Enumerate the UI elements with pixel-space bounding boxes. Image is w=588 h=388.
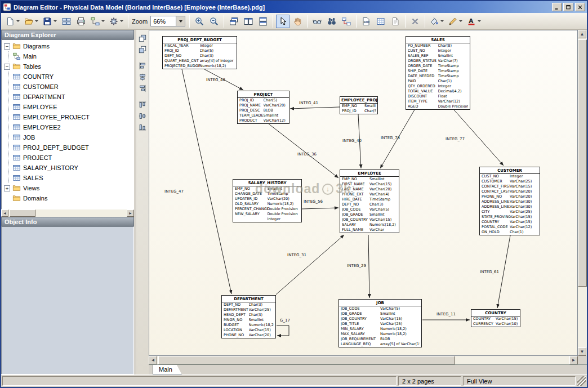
vertical-scrollbar[interactable]: ▲ ▼ bbox=[578, 30, 587, 356]
tree-item-employee2[interactable]: EMPLOYEE2 bbox=[9, 122, 133, 132]
entity-department[interactable]: DEPARTMENTDEPT_NOChar(3)DEPARTMENTVarCha… bbox=[221, 295, 276, 338]
collapse-toggle[interactable]: − bbox=[4, 64, 10, 70]
tree-item-employee_project[interactable]: EMPLOYEE_PROJECT bbox=[9, 112, 133, 122]
entity-field: SHIP_DATETimeStamp bbox=[406, 69, 470, 74]
new-relation-button[interactable] bbox=[340, 15, 353, 28]
relation-integ_31[interactable] bbox=[276, 235, 344, 295]
entity-project[interactable]: PROJECTPROJ_IDChar(5)PROJ_NAMEVarChar(20… bbox=[237, 91, 289, 124]
preview-button[interactable] bbox=[310, 15, 324, 28]
explorer-scrollbar[interactable]: ◄ ► bbox=[1, 209, 134, 217]
print-button[interactable] bbox=[74, 15, 88, 28]
entity-country[interactable]: COUNTRYCOUNTRYVarChar(15)CURRENCYVarChar… bbox=[471, 309, 520, 327]
relation-g_17[interactable] bbox=[277, 325, 289, 336]
delete-button[interactable] bbox=[408, 15, 422, 28]
pan-tool-button[interactable] bbox=[291, 15, 304, 28]
align-left-button[interactable] bbox=[137, 61, 148, 71]
main-toolbar: Zoom66%DOCA bbox=[1, 13, 587, 30]
bring-to-front-button[interactable] bbox=[137, 33, 148, 43]
resize-grip[interactable] bbox=[577, 376, 586, 386]
tree-item-proj_dept_budget[interactable]: PROJ_DEPT_BUDGET bbox=[9, 142, 133, 153]
save-button[interactable] bbox=[41, 15, 59, 28]
entity-employee[interactable]: EMPLOYEEEMP_NOSmallIntFIRST_NAMEVarChar(… bbox=[340, 170, 399, 233]
new-button[interactable] bbox=[4, 15, 21, 28]
tree-item-main[interactable]: Main bbox=[9, 51, 133, 61]
relation-integ_36[interactable] bbox=[269, 124, 338, 178]
scroll-left-button[interactable]: ◄ bbox=[1, 209, 8, 217]
model-objects-button[interactable] bbox=[60, 15, 73, 28]
scroll-right-button[interactable]: ► bbox=[127, 209, 134, 217]
align-center-button[interactable] bbox=[137, 72, 148, 82]
scroll-right-button[interactable]: ► bbox=[569, 356, 578, 364]
title-bar[interactable]: Diagram Editor - Physical Data Model (Bo… bbox=[1, 1, 587, 13]
tree-item-domains[interactable]: Domains bbox=[2, 193, 133, 203]
tree-item-label: EMPLOYEE2 bbox=[23, 124, 61, 131]
scroll-up-button[interactable]: ▲ bbox=[578, 30, 586, 38]
diagram-button[interactable] bbox=[89, 15, 106, 28]
documentation-button[interactable]: DOC bbox=[359, 15, 373, 28]
tree-item-customer[interactable]: CUSTOMER bbox=[9, 82, 133, 92]
tree-item-sales[interactable]: SALES bbox=[9, 173, 133, 183]
open-button[interactable] bbox=[23, 15, 40, 28]
entity-sales[interactable]: SALESPO_NUMBERChar(8)CUST_NOIntegerSALES… bbox=[406, 36, 470, 110]
relation-integ_56[interactable] bbox=[302, 208, 338, 209]
new-page-button[interactable] bbox=[389, 15, 402, 28]
select-tool-button[interactable] bbox=[276, 15, 289, 28]
line-color-button[interactable] bbox=[447, 15, 464, 28]
tree-item-employee[interactable]: EMPLOYEE bbox=[9, 102, 133, 112]
zoom-out-icon bbox=[210, 17, 219, 26]
zoom-combobox[interactable]: 66% bbox=[150, 16, 185, 26]
pointer-icon bbox=[278, 17, 287, 26]
toolbar-separator bbox=[224, 15, 224, 28]
tree-item-department[interactable]: DEPARTMENT bbox=[9, 92, 133, 102]
tree-item-label: JOB bbox=[23, 134, 35, 141]
align-top-button[interactable] bbox=[137, 100, 148, 110]
align-right-button[interactable] bbox=[137, 83, 148, 93]
maximize-button[interactable] bbox=[563, 3, 573, 11]
minimize-button[interactable] bbox=[552, 3, 562, 11]
entity-field: PO_NUMBERChar(8) bbox=[406, 43, 470, 48]
relation-integ_47[interactable] bbox=[182, 69, 231, 294]
entity-job[interactable]: JOBJOB_CODEVarChar(5)JOB_GRADESmallIntJO… bbox=[338, 299, 422, 347]
tree-item-label: COUNTRY bbox=[23, 73, 54, 80]
vertical-scrollbar-thumb[interactable] bbox=[578, 39, 587, 287]
relation-integ_29[interactable] bbox=[368, 235, 369, 298]
entity-employee_project[interactable]: EMPLOYEE_PROJECTEMP_NOSmallIntPROJ_IDCha… bbox=[340, 96, 378, 114]
tree-item-salary_history[interactable]: SALARY_HISTORY bbox=[9, 163, 133, 173]
tree-item-views[interactable]: +Views bbox=[2, 183, 133, 193]
tree-item-tables[interactable]: −Tables bbox=[2, 61, 133, 72]
settings-button[interactable] bbox=[108, 15, 125, 28]
relation-integ_41[interactable] bbox=[290, 107, 340, 109]
horizontal-scrollbar[interactable]: ◄ ► bbox=[149, 356, 578, 364]
find-button[interactable] bbox=[325, 15, 338, 28]
scrollbar-thumb[interactable] bbox=[10, 209, 35, 217]
fill-color-button[interactable] bbox=[428, 15, 446, 28]
tile-horizontal-button[interactable] bbox=[242, 15, 255, 28]
font-color-button[interactable]: A bbox=[465, 15, 483, 28]
close-button[interactable] bbox=[575, 3, 585, 11]
entity-customer[interactable]: CUSTOMERCUST_NOIntegerCUSTOMERVarChar(25… bbox=[479, 167, 540, 235]
tree-item-country[interactable]: COUNTRY bbox=[9, 72, 133, 82]
align-bottom-icon bbox=[139, 123, 146, 131]
tab-main[interactable]: Main bbox=[153, 365, 182, 374]
tree-item-project[interactable]: PROJECT bbox=[9, 153, 133, 163]
explorer-header: Diagram Explorer bbox=[1, 30, 134, 39]
send-to-back-button[interactable] bbox=[137, 44, 148, 55]
expand-toggle[interactable]: + bbox=[4, 185, 10, 191]
entity-proj_dept_budget[interactable]: PROJ_DEPT_BUDGETFISCAL_YEARIntegerPROJ_I… bbox=[162, 36, 237, 69]
align-bottom-button[interactable] bbox=[137, 122, 148, 132]
collapse-toggle[interactable]: − bbox=[4, 43, 10, 50]
tree-item-diagrams[interactable]: −Diagrams bbox=[2, 41, 133, 51]
zoom-dropdown-button[interactable] bbox=[176, 16, 185, 26]
scroll-left-button[interactable]: ◄ bbox=[149, 356, 157, 364]
zoom-in-button[interactable] bbox=[193, 15, 206, 28]
diagram-canvas[interactable]: INTEG_48INTEG_41INTEG_40INTEG_78INTEG_77… bbox=[149, 30, 578, 356]
tree-item-job[interactable]: JOB bbox=[9, 132, 133, 142]
tile-vertical-button[interactable] bbox=[256, 15, 270, 28]
new-table-button[interactable] bbox=[374, 15, 387, 28]
align-middle-button[interactable] bbox=[137, 111, 148, 121]
cascade-windows-button[interactable] bbox=[227, 15, 240, 28]
relation-integ_61[interactable] bbox=[497, 235, 510, 308]
scroll-down-button[interactable]: ▼ bbox=[578, 347, 586, 356]
zoom-out-button[interactable] bbox=[207, 15, 221, 28]
horizontal-scrollbar-thumb[interactable] bbox=[158, 356, 455, 364]
